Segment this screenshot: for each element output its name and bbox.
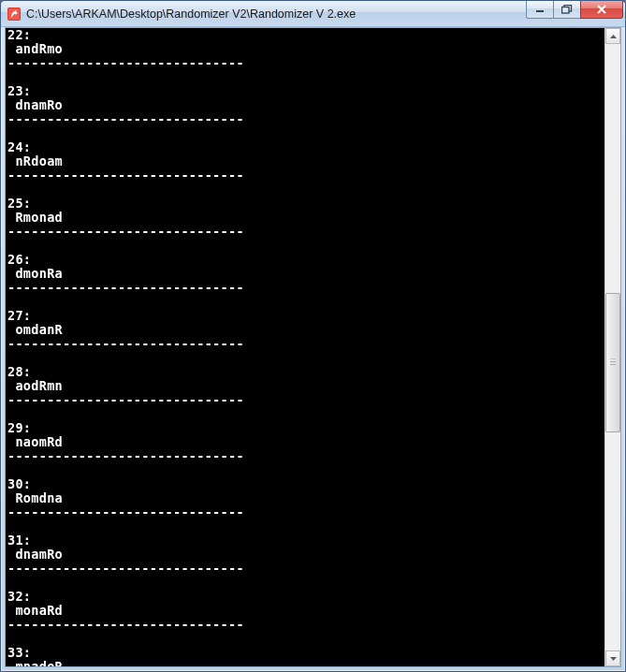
titlebar[interactable]: C:\Users\ARKAM\Desktop\Randomizer V2\Ran… <box>1 1 625 27</box>
svg-rect-4 <box>562 7 570 14</box>
app-icon <box>7 7 22 22</box>
scroll-up-button[interactable] <box>605 28 620 44</box>
svg-rect-2 <box>536 10 544 12</box>
scrollbar-track[interactable] <box>605 44 620 650</box>
maximize-button[interactable] <box>553 1 581 19</box>
app-window: C:\Users\ARKAM\Desktop\Randomizer V2\Ran… <box>0 0 626 672</box>
chevron-up-icon <box>610 35 617 38</box>
close-button[interactable] <box>580 1 623 19</box>
scrollbar-thumb[interactable] <box>605 293 620 432</box>
console-output: 22: andRmo -----------------------------… <box>6 28 604 666</box>
window-controls <box>527 1 623 26</box>
minimize-button[interactable] <box>526 1 554 19</box>
window-title: C:\Users\ARKAM\Desktop\Randomizer V2\Ran… <box>26 7 527 21</box>
scroll-down-button[interactable] <box>605 650 620 666</box>
chevron-down-icon <box>610 657 617 661</box>
client-area: 22: andRmo -----------------------------… <box>5 27 621 667</box>
vertical-scrollbar[interactable] <box>604 28 620 666</box>
